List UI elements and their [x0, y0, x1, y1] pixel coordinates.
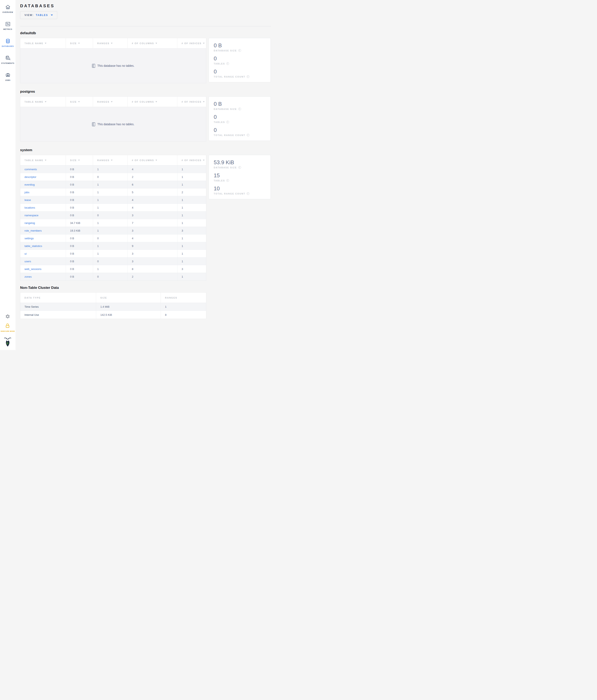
column-header[interactable]: # OF COLUMNS	[128, 38, 177, 48]
sidebar-item-databases[interactable]: DATABASES	[0, 36, 16, 53]
table-name-link[interactable]: comments	[20, 166, 66, 173]
main-content: DATABASES VIEW: TABLES defaultdb TABLE N…	[16, 3, 298, 319]
column-header[interactable]: TABLE NAME	[20, 97, 66, 107]
table-cell: 3	[128, 227, 177, 234]
sidebar-item-statements[interactable]: STATEMENTS	[0, 53, 16, 71]
sort-arrow-icon	[155, 101, 157, 102]
info-icon[interactable]: i	[226, 62, 229, 65]
table-name-link[interactable]: ui	[20, 250, 66, 257]
table-cell: 0	[93, 273, 128, 280]
info-icon[interactable]: i	[247, 192, 250, 195]
info-icon[interactable]: i	[238, 108, 241, 110]
column-header[interactable]: TABLE NAME	[20, 155, 66, 165]
sidebar-nav: OVERVIEW METRICS DATABASES	[0, 2, 16, 88]
statements-icon	[5, 55, 10, 61]
home-icon	[5, 4, 10, 10]
insecure-mode-label: INSECURE MODE	[1, 330, 15, 332]
table-name-link[interactable]: zones	[20, 273, 66, 280]
table-name-link[interactable]: users	[20, 257, 66, 265]
table-cell: 1	[177, 196, 206, 204]
table-cell: 1	[177, 273, 206, 280]
column-header[interactable]: SIZE	[66, 155, 93, 165]
column-header[interactable]: TABLE NAME	[20, 38, 66, 48]
info-icon[interactable]: i	[226, 121, 229, 123]
view-dropdown[interactable]: VIEW: TABLES	[20, 11, 57, 19]
column-header-label: DATA TYPE	[24, 297, 41, 299]
table-name-link[interactable]: rangelog	[20, 219, 66, 227]
info-icon[interactable]: i	[247, 134, 250, 136]
database-size-label: DATABASE SIZE i	[214, 49, 265, 52]
table-row: users0 B031	[20, 257, 206, 265]
database-name: defaultdb	[20, 31, 298, 35]
cockroach-logo[interactable]	[4, 337, 11, 348]
database-section-system: system TABLE NAMESIZERANGES# OF COLUMNS#…	[20, 148, 298, 281]
sort-arrow-icon	[78, 43, 80, 44]
table-name-link[interactable]: locations	[20, 204, 66, 211]
table-name-link[interactable]: settings	[20, 234, 66, 242]
table-cell: 0 B	[66, 257, 93, 265]
table-cell: 0 B	[66, 181, 93, 188]
column-header[interactable]: # OF COLUMNS	[128, 97, 177, 107]
table-cell: 0	[93, 173, 128, 181]
table-cell: 1	[93, 189, 128, 196]
sidebar-item-label: METRICS	[3, 28, 12, 30]
info-icon[interactable]: i	[226, 179, 229, 182]
tables-table: TABLE NAMESIZERANGES# OF COLUMNS# OF IND…	[20, 96, 206, 142]
column-header[interactable]: # OF INDICES	[177, 155, 206, 165]
info-icon[interactable]: i	[238, 49, 241, 52]
tables-count-value: 0	[214, 55, 265, 61]
range-count-value: 0	[214, 69, 265, 75]
table-row: namespace0 B031	[20, 211, 206, 219]
empty-state-text: This database has no tables.	[97, 123, 134, 126]
table-name-link[interactable]: descriptor	[20, 173, 66, 181]
table-name-link[interactable]: lease	[20, 196, 66, 204]
database-section-postgres: postgres TABLE NAMESIZERANGES# OF COLUMN…	[20, 90, 298, 142]
info-icon[interactable]: i	[247, 75, 250, 78]
table-cell: 3	[128, 250, 177, 257]
table-name-link[interactable]: web_sessions	[20, 265, 66, 273]
table-cell: Time Series	[20, 303, 96, 310]
table-name-link[interactable]: jobs	[20, 189, 66, 196]
table-cell: 1	[177, 242, 206, 250]
tables-count-value: 0	[214, 114, 265, 120]
table-cell: 6	[128, 181, 177, 188]
table-row: settings0 B041	[20, 234, 206, 242]
sidebar-item-label: DATABASES	[2, 45, 14, 47]
column-header[interactable]: # OF INDICES	[177, 97, 206, 107]
table-cell: 1	[177, 234, 206, 242]
table-name-link[interactable]: role_members	[20, 227, 66, 234]
sidebar-item-overview[interactable]: OVERVIEW	[0, 2, 16, 20]
table-header-row: TABLE NAMESIZERANGES# OF COLUMNS# OF IND…	[20, 97, 206, 107]
table-name-link[interactable]: namespace	[20, 211, 66, 219]
table-header-row: TABLE NAMESIZERANGES# OF COLUMNS# OF IND…	[20, 155, 206, 166]
stat-label-text: DATABASE SIZE	[214, 166, 237, 169]
table-row: web_sessions0 B183	[20, 265, 206, 273]
table-cell: 1	[93, 227, 128, 234]
sort-arrow-icon	[203, 160, 205, 161]
info-icon[interactable]: i	[238, 166, 241, 169]
range-count-label: TOTAL RANGE COUNT i	[214, 75, 265, 78]
sort-arrow-icon	[155, 43, 157, 44]
column-header[interactable]: SIZE	[66, 38, 93, 48]
table-row: eventlog0 B161	[20, 181, 206, 189]
table-name-link[interactable]: table_statistics	[20, 242, 66, 250]
sort-arrow-icon	[78, 101, 80, 102]
table-name-link[interactable]: eventlog	[20, 181, 66, 188]
table-row: rangelog34.7 KiB171	[20, 219, 206, 227]
column-header[interactable]: RANGES	[93, 97, 128, 107]
column-header[interactable]: # OF COLUMNS	[128, 155, 177, 165]
column-header[interactable]: # OF INDICES	[177, 38, 206, 48]
sidebar-item-metrics[interactable]: METRICS	[0, 20, 16, 36]
column-header[interactable]: RANGES	[93, 38, 128, 48]
column-header[interactable]: SIZE	[66, 97, 93, 107]
table-cell: 0 B	[66, 204, 93, 211]
table-cell: 0 B	[66, 211, 93, 219]
gear-icon[interactable]	[5, 314, 10, 320]
table-cell: 1	[93, 265, 128, 273]
sidebar-item-jobs[interactable]: JOBS	[0, 71, 16, 88]
insecure-mode-badge[interactable]: INSECURE MODE	[1, 323, 15, 332]
non-table-data-table: DATA TYPESIZERANGES Time Series1.4 MiB1I…	[20, 292, 206, 319]
table-cell: 1	[93, 250, 128, 257]
empty-state: This database has no tables.	[20, 49, 206, 83]
column-header[interactable]: RANGES	[93, 155, 128, 165]
